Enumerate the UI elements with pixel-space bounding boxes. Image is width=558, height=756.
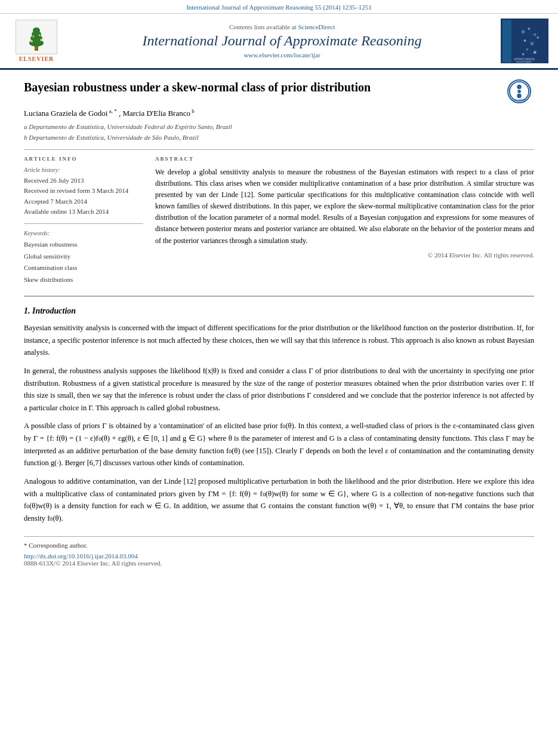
accepted-date: Accepted 7 March 2014 [24, 196, 143, 207]
svg-point-25 [517, 94, 522, 99]
svg-text:REASONING: REASONING [516, 61, 532, 63]
svg-point-5 [30, 40, 33, 42]
article-history-label: Article history: [24, 167, 143, 173]
article-info-label: ARTICLE INFO [24, 156, 143, 162]
intro-paragraph-4: Analogous to additive contamination, van… [24, 475, 534, 525]
keyword-4: Skew distributions [24, 274, 143, 286]
journal-name: International Journal of Approximate Rea… [63, 33, 501, 49]
svg-point-12 [528, 27, 530, 30]
svg-point-16 [537, 36, 539, 39]
author2-affiliation: b [190, 108, 195, 114]
affiliation-a: a Departamento de Estatística, Universid… [24, 122, 534, 133]
svg-point-15 [530, 41, 534, 45]
crossmark-icon: CrossMark [507, 79, 531, 103]
svg-point-13 [534, 33, 537, 36]
article-history: Article history: Received 26 July 2013 R… [24, 167, 143, 217]
article-info-abstract: ARTICLE INFO Article history: Received 2… [24, 156, 534, 287]
keywords-section: Keywords: Bayesian robustness Global sen… [24, 230, 143, 286]
intro-paragraph-3: A possible class of priors Γ is obtained… [24, 420, 534, 469]
svg-point-7 [33, 36, 35, 38]
abstract-column: ABSTRACT We develop a global sensitivity… [155, 156, 534, 287]
journal-cover-image: APPROXIMATE REASONING [501, 19, 548, 63]
journal-url[interactable]: www.elsevier.com/locate/ijar [63, 51, 501, 59]
contents-line: Contents lists available at ScienceDirec… [63, 23, 501, 30]
svg-point-11 [522, 30, 525, 33]
affiliation-b: b Departamento de Estatística, Universid… [24, 133, 534, 143]
elsevier-wordmark: ELSEVIER [19, 56, 54, 62]
keyword-3: Contamination class [24, 262, 143, 274]
keywords-label: Keywords: [24, 230, 143, 236]
svg-point-17 [526, 48, 528, 50]
crossmark-badge-container: CrossMark [507, 79, 534, 103]
svg-point-6 [40, 39, 42, 41]
article-title-section: Bayesian robustness under a skew-normal … [24, 79, 534, 103]
svg-point-24 [517, 90, 521, 93]
journal-citation: International Journal of Approximate Rea… [186, 4, 372, 11]
svg-text:APPROXIMATE: APPROXIMATE [514, 57, 535, 60]
keyword-2: Global sensitivity [24, 251, 143, 263]
authors-line: Luciana Graziela de Godoi a, * , Marcia … [24, 108, 534, 118]
svg-text:CrossMark: CrossMark [513, 99, 526, 102]
journal-title-area: Contents lists available at ScienceDirec… [63, 23, 501, 59]
author1-affiliation: a, * [107, 108, 116, 114]
article-info-column: ARTICLE INFO Article history: Received 2… [24, 156, 143, 287]
sciencedirect-link[interactable]: ScienceDirect [298, 23, 335, 30]
top-bar: International Journal of Approximate Rea… [0, 0, 558, 14]
received-date: Received 26 July 2013 [24, 176, 143, 186]
online-date: Available online 13 March 2014 [24, 207, 143, 217]
journal-header: ELSEVIER Contents lists available at Sci… [0, 14, 558, 70]
svg-rect-10 [502, 20, 511, 62]
svg-point-8 [39, 35, 41, 36]
elsevier-tree-icon [16, 20, 57, 54]
article-title: Bayesian robustness under a skew-normal … [24, 79, 500, 95]
revised-date: Received in revised form 3 March 2014 [24, 186, 143, 196]
issn-line: 0888-613X/© 2014 Elsevier Inc. All right… [24, 560, 534, 567]
intro-paragraph-2: In general, the robustness analysis supp… [24, 365, 534, 414]
doi-line[interactable]: http://dx.doi.org/10.1016/j.ijar.2014.03… [24, 552, 534, 560]
elsevier-logo: ELSEVIER [10, 20, 63, 62]
header-divider [24, 149, 534, 150]
intro-paragraph-1: Bayesian sensitivity analysis is concern… [24, 322, 534, 359]
footnote-section: * Corresponding author. http://dx.doi.or… [24, 536, 534, 567]
section-1-number: 1. [24, 306, 30, 315]
abstract-label: ABSTRACT [155, 156, 534, 162]
affiliations: a Departamento de Estatística, Universid… [24, 122, 534, 143]
svg-point-4 [33, 27, 40, 33]
svg-point-18 [534, 51, 537, 54]
author1-name: Luciana Graziela de Godoi [24, 109, 107, 118]
abstract-text: We develop a global sensitivity analysis… [155, 167, 534, 247]
svg-point-23 [517, 85, 522, 90]
svg-point-19 [522, 53, 525, 55]
corresponding-author-note: * Corresponding author. [24, 542, 534, 549]
info-divider [24, 223, 143, 224]
section-1-heading: Introduction [32, 306, 76, 315]
copyright-notice: © 2014 Elsevier Inc. All rights reserved… [155, 251, 534, 259]
keyword-1: Bayesian robustness [24, 239, 143, 251]
author2-name: , Marcia D'Elia Branco [119, 109, 190, 118]
main-content: Bayesian robustness under a skew-normal … [0, 70, 558, 576]
svg-point-14 [524, 39, 526, 42]
section-1-title: 1. Introduction [24, 306, 534, 316]
body-divider [24, 296, 534, 297]
